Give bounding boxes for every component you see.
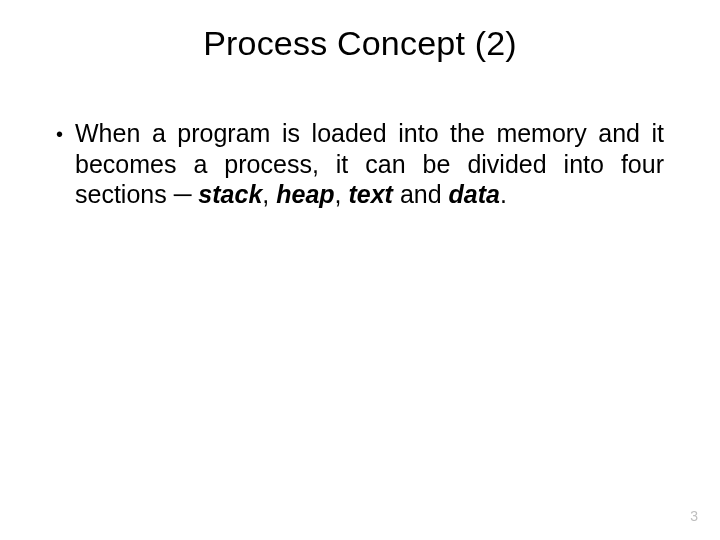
- slide-title: Process Concept (2): [0, 24, 720, 63]
- sep: and: [393, 180, 449, 208]
- keyword-heap: heap: [276, 180, 334, 208]
- bullet-text: When a program is loaded into the memory…: [75, 118, 664, 210]
- bullet-icon: •: [56, 120, 63, 148]
- slide: Process Concept (2) • When a program is …: [0, 0, 720, 540]
- keyword-data: data: [449, 180, 500, 208]
- slide-body: • When a program is loaded into the memo…: [56, 118, 664, 210]
- bullet-text-post: .: [500, 180, 507, 208]
- sep: ,: [262, 180, 276, 208]
- page-number: 3: [690, 508, 698, 524]
- sep: ,: [335, 180, 349, 208]
- keyword-stack: stack: [198, 180, 262, 208]
- keyword-text: text: [348, 180, 392, 208]
- bullet-item: • When a program is loaded into the memo…: [56, 118, 664, 210]
